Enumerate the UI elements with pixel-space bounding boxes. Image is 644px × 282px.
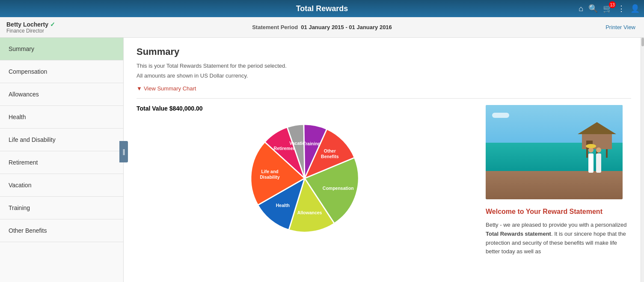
welcome-title: Welcome to Your Reward Statement xyxy=(486,208,631,216)
figure-2 xyxy=(596,147,601,173)
notification-count: 13 xyxy=(609,1,616,8)
description-line2: All amounts are shown in US Dollar curre… xyxy=(137,72,631,79)
pie-label: Compensation xyxy=(323,186,354,191)
stilt xyxy=(586,149,588,158)
app-header: Total Rewards ⌂ 🔍 🛒 13 ⋮ 👤 xyxy=(0,0,644,17)
sidebar: Summary Compensation Allowances Health L… xyxy=(0,38,124,282)
statement-period: Statement Period 01 January 2015 - 01 Ja… xyxy=(252,24,392,30)
figures xyxy=(588,147,601,173)
deck-layer xyxy=(486,171,623,199)
sidebar-item-compensation[interactable]: Compensation xyxy=(0,60,123,83)
page-title: Summary xyxy=(137,46,631,57)
user-info: Betty Locherty ✓ Finance Director xyxy=(6,21,55,34)
printer-view-link[interactable]: Printer View xyxy=(605,24,635,30)
total-value: Total Value $840,000.00 xyxy=(137,105,473,112)
pie-chart: CompensationAllowancesHealthLife andDisa… xyxy=(245,118,365,238)
figure-head xyxy=(596,147,601,153)
subheader: Betty Locherty ✓ Finance Director Statem… xyxy=(0,17,644,38)
pie-chart-container: CompensationAllowancesHealthLife andDisa… xyxy=(137,118,473,238)
hat xyxy=(586,144,596,148)
user-icon[interactable]: 👤 xyxy=(630,4,640,13)
verified-icon: ✓ xyxy=(50,21,55,28)
sidebar-item-allowances[interactable]: Allowances xyxy=(0,83,123,106)
welcome-text-pre: Betty - we are pleased to provide you wi… xyxy=(486,222,627,228)
figure-body xyxy=(596,153,601,173)
hut-roof xyxy=(578,122,616,134)
cloud xyxy=(492,113,509,118)
scrollbar-thumb[interactable] xyxy=(641,38,644,46)
sidebar-collapse-button[interactable]: ‖ xyxy=(119,141,128,162)
right-panel: Welcome to Your Reward Statement Betty -… xyxy=(486,105,631,256)
home-icon[interactable]: ⌂ xyxy=(579,4,583,13)
description-line1: This is your Total Rewards Statement for… xyxy=(137,63,631,69)
sidebar-item-training[interactable]: Training xyxy=(0,197,123,219)
welcome-text-bold: Total Rewards statement xyxy=(486,231,551,237)
main-content: Summary This is your Total Rewards State… xyxy=(124,38,644,282)
sidebar-item-other-benefits[interactable]: Other Benefits xyxy=(0,219,123,242)
stilt xyxy=(606,149,608,158)
header-icons: ⌂ 🔍 🛒 13 ⋮ 👤 xyxy=(579,4,640,13)
pie-label: Health xyxy=(276,203,290,208)
collapse-icon: ‖ xyxy=(122,148,125,155)
app-title: Total Rewards xyxy=(296,4,348,13)
sidebar-item-health[interactable]: Health xyxy=(0,106,123,129)
pie-label: Training xyxy=(303,141,321,146)
sidebar-item-retirement[interactable]: Retirement xyxy=(0,151,123,174)
welcome-text: Betty - we are pleased to provide you wi… xyxy=(486,221,631,256)
figure-body xyxy=(588,153,594,173)
pie-label: Life andDisability xyxy=(260,169,280,180)
sidebar-item-vacation[interactable]: Vacation xyxy=(0,174,123,197)
triangle-icon: ▼ xyxy=(137,85,142,92)
figure-1 xyxy=(588,147,594,173)
pie-label: Allowances xyxy=(297,210,322,215)
sidebar-item-summary[interactable]: Summary xyxy=(0,38,123,60)
search-icon[interactable]: 🔍 xyxy=(588,4,598,13)
scrollbar-track[interactable] xyxy=(641,38,644,282)
figure-head xyxy=(588,147,594,153)
notification-badge[interactable]: 🛒 13 xyxy=(603,4,612,13)
view-chart-label: View Summary Chart xyxy=(144,85,196,92)
chart-left-panel: Total Value $840,000.00 CompensationAllo… xyxy=(137,105,473,256)
view-chart-link[interactable]: ▼ View Summary Chart xyxy=(137,85,631,92)
more-icon[interactable]: ⋮ xyxy=(617,4,625,13)
main-layout: Summary Compensation Allowances Health L… xyxy=(0,38,644,282)
user-role: Finance Director xyxy=(6,28,55,34)
user-name: Betty Locherty ✓ xyxy=(6,21,55,28)
chart-section: Total Value $840,000.00 CompensationAllo… xyxy=(137,105,631,256)
sidebar-item-life-disability[interactable]: Life and Disability xyxy=(0,129,123,151)
reward-image xyxy=(486,105,623,199)
